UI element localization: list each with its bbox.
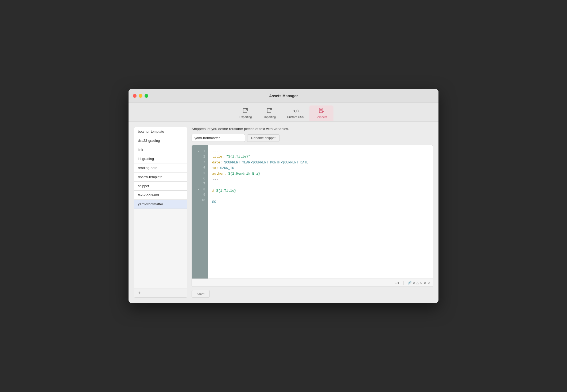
rename-snippet-button[interactable]: Rename snippet	[247, 134, 279, 142]
import-icon	[267, 108, 273, 114]
error-count: 0	[428, 281, 430, 284]
code-line-5: author: ${2:Hendrik Erz}	[212, 171, 429, 177]
export-icon	[243, 108, 248, 114]
code-area[interactable]: --- title: "${1:Title}" date: $CURRENT_Y…	[208, 145, 433, 279]
warning-icon: △	[416, 281, 419, 285]
sidebar-item-dss23-grading[interactable]: dss23-grading	[134, 136, 187, 145]
sidebar-item-review-template[interactable]: review-template	[134, 173, 187, 182]
sidebar-item-lsi-grading[interactable]: lsi-grading	[134, 154, 187, 163]
save-button[interactable]: Save	[192, 290, 210, 298]
cursor-position: 1:1	[395, 281, 399, 284]
code-line-7	[212, 183, 429, 188]
info-count: 0	[413, 281, 415, 284]
main-content: beamer-template dss23-grading link lsi-g…	[129, 121, 438, 303]
svg-line-1	[246, 108, 247, 110]
remove-snippet-button[interactable]: −	[145, 290, 150, 296]
tab-custom-css[interactable]: </> Custom CSS	[282, 105, 309, 121]
add-snippet-button[interactable]: +	[137, 290, 142, 296]
toolbar: Exporting Importing </> Custom CSS	[129, 103, 438, 121]
sidebar-item-snippet[interactable]: snippet	[134, 182, 187, 191]
window-title: Assets Manager	[269, 94, 298, 98]
tab-exporting-label: Exporting	[239, 115, 252, 119]
tab-exporting[interactable]: Exporting	[234, 105, 258, 121]
sidebar-item-reading-note[interactable]: reading-note	[134, 163, 187, 173]
close-button[interactable]	[133, 94, 137, 98]
maximize-button[interactable]	[145, 94, 148, 98]
code-line-10: $0	[212, 199, 429, 205]
content-area: Snippets let you define reusable pieces …	[192, 127, 433, 298]
info-icon: 🔗	[408, 281, 411, 285]
sidebar-item-link[interactable]: link	[134, 145, 187, 154]
tab-importing-label: Importing	[263, 115, 276, 119]
titlebar: Assets Manager	[129, 89, 438, 103]
tab-custom-css-label: Custom CSS	[287, 115, 304, 119]
svg-rect-0	[243, 108, 247, 113]
tab-snippets[interactable]: Snippets	[309, 105, 333, 121]
tab-importing[interactable]: Importing	[258, 105, 282, 121]
svg-line-3	[270, 108, 271, 110]
sidebar-list: beamer-template dss23-grading link lsi-g…	[134, 127, 187, 288]
tab-snippets-label: Snippets	[316, 115, 327, 119]
code-line-1: ---	[212, 148, 429, 154]
code-line-2: title: "${1:Title}"	[212, 154, 429, 160]
code-line-9	[212, 194, 429, 199]
editor-statusbar: 1:1 │ 🔗 0 △ 0 ⊗ 0	[192, 279, 433, 287]
code-line-8: # ${1:Title}	[212, 188, 429, 194]
editor-body: ▾ 1 2 3 4 5 6 7 ▾ 8 9 10 ---	[192, 145, 433, 279]
code-line-6: ---	[212, 177, 429, 182]
code-icon: </>	[293, 108, 298, 114]
status-icons: 🔗 0 △ 0 ⊗ 0	[408, 281, 430, 285]
sidebar-item-beamer-template[interactable]: beamer-template	[134, 127, 187, 136]
snippet-name-input[interactable]	[192, 134, 245, 142]
snippet-icon	[319, 108, 324, 114]
minimize-button[interactable]	[139, 94, 142, 98]
status-divider: │	[403, 281, 405, 284]
window-controls	[133, 94, 148, 98]
sidebar-item-yaml-frontmatter[interactable]: yaml-frontmatter	[134, 200, 187, 209]
app-window: Assets Manager Exporting Importin	[129, 89, 438, 303]
sidebar-item-tex-2-cols-md[interactable]: tex-2-cols-md	[134, 191, 187, 200]
code-line-3: date: $CURRENT_YEAR-$CURRENT_MONTH-$CURR…	[212, 160, 429, 166]
error-icon: ⊗	[424, 281, 426, 285]
description: Snippets let you define reusable pieces …	[192, 127, 433, 131]
svg-rect-2	[267, 108, 271, 113]
warning-count: 0	[420, 281, 422, 284]
sidebar: beamer-template dss23-grading link lsi-g…	[134, 127, 187, 298]
line-numbers: ▾ 1 2 3 4 5 6 7 ▾ 8 9 10	[192, 145, 208, 279]
editor-container: ▾ 1 2 3 4 5 6 7 ▾ 8 9 10 ---	[192, 145, 433, 287]
code-line-4: id: $ZKN_ID	[212, 166, 429, 171]
svg-text:</>: </>	[293, 109, 298, 113]
snippet-name-row: Rename snippet	[192, 134, 433, 142]
sidebar-actions: + −	[134, 288, 187, 297]
